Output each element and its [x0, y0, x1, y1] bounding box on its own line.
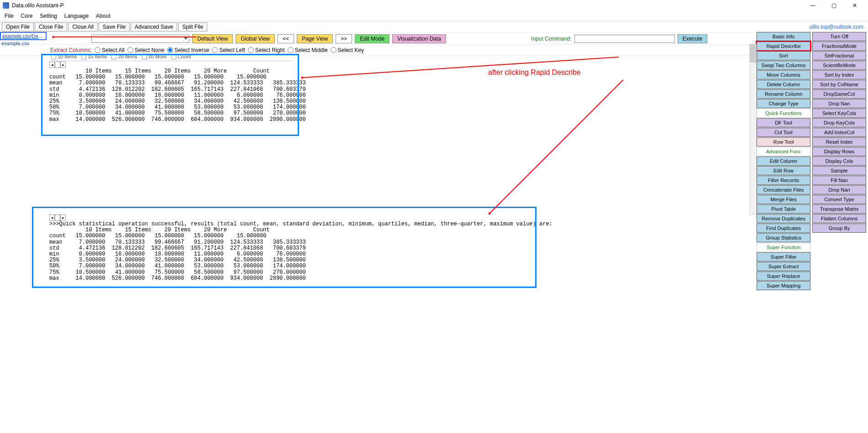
panel-flatten-columns-button[interactable]: Flatten Columns [812, 214, 866, 223]
menu-setting[interactable]: Setting [40, 13, 57, 19]
panel-sort-by-colname-button[interactable]: Sort by ColName [812, 80, 866, 89]
panel-display-rows-button[interactable]: Display Rows [812, 147, 866, 156]
radio-select-left[interactable]: Select Left [212, 47, 245, 53]
radio-select-none[interactable]: Select None [127, 47, 164, 53]
panel-add-indexcol-button[interactable]: Add IndexCol [812, 128, 866, 137]
minimize-button[interactable]: — [802, 0, 823, 11]
check-10-items[interactable]: 10 Items [51, 54, 77, 59]
panel-edit-row-button[interactable]: Edit Row [757, 166, 810, 175]
panel-group-statistics-button[interactable]: Group Statistics [757, 233, 810, 242]
panel-pivot-table-button[interactable]: Pivot Table [757, 204, 810, 214]
panel-setfractional-button[interactable]: SetFractional [812, 51, 866, 60]
panel-super-mapping-button[interactable]: Super Mapping [757, 281, 810, 290]
input-command-field[interactable] [574, 35, 675, 43]
panel-group-by-button[interactable]: Group By [812, 224, 866, 233]
page-next-button[interactable]: >> [336, 34, 352, 43]
panel-advanced-func-button: Advanced Func [757, 147, 810, 156]
menu-language[interactable]: Language [64, 13, 89, 19]
panel-display-cols-button[interactable]: Display Cols [812, 157, 866, 166]
menu-file[interactable]: File [5, 13, 13, 19]
menu-about[interactable]: About [96, 13, 110, 19]
input-command-label: Input Command: [531, 36, 572, 42]
panel-move-columns-button[interactable]: Move Columns [757, 70, 810, 79]
describe-output-bottom: >>>Quick statistical operation successfu… [49, 221, 552, 282]
panel-col-tool-button[interactable]: Col Tool [757, 128, 810, 137]
save-file-button[interactable]: Save File [99, 22, 130, 31]
open-file-button[interactable]: Open File [2, 22, 34, 31]
radio-select-middle[interactable]: Select Middle [288, 47, 328, 53]
check-count[interactable]: Count [171, 54, 191, 59]
panel-merge-files-button[interactable]: Merge Files [757, 195, 810, 204]
file-tab[interactable]: example.csv [0, 40, 47, 47]
panel-drop-keycols-button[interactable]: Drop KeyCols [812, 118, 866, 127]
toolbar-file: Open File Close File Close All Save File… [0, 21, 868, 33]
vertical-scrollbar[interactable] [749, 44, 757, 215]
panel-delete-column-button[interactable]: Delete Column [757, 80, 810, 89]
panel-swap-two-columns-button[interactable]: Swap Two Columns [757, 61, 810, 70]
radio-select-inverse[interactable]: Select Inverse [167, 47, 209, 53]
annotation-arrow-3 [489, 78, 626, 214]
radio-select-key-label: Select Key [338, 47, 364, 53]
panel-find-duplicates-button[interactable]: Find Duplicates [757, 224, 810, 233]
check-20-items[interactable]: 20 Items [111, 54, 137, 59]
sheet-tab-scroller-top[interactable]: ◂ ▸ [49, 62, 66, 68]
panel-concatenate-files-button[interactable]: Concatenate Files [757, 185, 810, 194]
panel-basic-info-button[interactable]: Basic Info [757, 32, 810, 41]
menu-core[interactable]: Core [21, 13, 32, 19]
execute-button[interactable]: Execute [678, 34, 707, 43]
global-view-button[interactable]: Global View [236, 34, 275, 43]
panel-change-type-button[interactable]: Change Type [757, 99, 810, 108]
radio-select-all[interactable]: Select All [95, 47, 124, 53]
panel-rapid-describe-button[interactable]: Rapid Describe [757, 42, 810, 51]
panel-super-replace-button[interactable]: Super Replace [757, 271, 810, 281]
panel-super-function-button: Super Function [757, 243, 810, 252]
visualization-button[interactable]: Visualization Data [392, 34, 446, 43]
panel-rename-column-button[interactable]: Rename Column [757, 89, 810, 99]
check-20-more[interactable]: 20 More [142, 54, 167, 59]
panel-drop-nan-button[interactable]: Drop Nan [812, 99, 866, 108]
split-file-button[interactable]: Split File [178, 22, 207, 31]
close-button[interactable]: ✕ [844, 0, 865, 11]
panel-scientificmode-button[interactable]: ScientificMode [812, 61, 866, 70]
panel-convert-type-button[interactable]: Convert Type [812, 195, 866, 204]
panel-quick-functions-button: Quick Functions [757, 109, 810, 118]
svg-line-5 [491, 80, 623, 212]
panel-dropsamecol-button[interactable]: DropSameCol [812, 89, 866, 99]
panel-super-extract-button[interactable]: Super Extract [757, 262, 810, 271]
close-file-button[interactable]: Close File [35, 22, 67, 31]
vendor-email[interactable]: olllo.top@outlook.com [810, 24, 866, 30]
sheet-tab-scroller-bottom[interactable]: ◂ ▸ [49, 214, 66, 221]
advanced-save-button[interactable]: Advanced Save [131, 22, 177, 31]
edit-mode-button[interactable]: Edit Mode [355, 34, 389, 43]
svg-line-3 [304, 57, 619, 78]
panel-df-tool-button[interactable]: DF Tool [757, 118, 810, 127]
panel-fill-nan-button[interactable]: Fill Nan [812, 176, 866, 185]
maximize-button[interactable]: ▢ [823, 0, 844, 11]
panel-reset-index-button[interactable]: Reset Index [812, 137, 866, 146]
panel-sort-by-index-button[interactable]: Sort by Index [812, 70, 866, 79]
page-view-button[interactable]: Page View [297, 34, 333, 43]
window-title: Data.olllo Assistant-P [12, 2, 802, 9]
panel-edit-column-button[interactable]: Edit Column [757, 157, 810, 166]
radio-select-all-label: Select All [102, 47, 124, 53]
check-15-items[interactable]: 15 Items [81, 54, 107, 59]
radio-select-right[interactable]: Select Right [248, 47, 285, 53]
panel-remove-duplicates-button[interactable]: Remove Duplicates [757, 214, 810, 223]
panel-sample-button[interactable]: Sample [812, 166, 866, 175]
panel-filter-records-button[interactable]: Filter Records [757, 176, 810, 185]
panel-fractionalmode-button[interactable]: FractionalMode [812, 42, 866, 51]
radio-select-right-label: Select Right [255, 47, 285, 53]
panel-turn-off-button[interactable]: Turn Off [812, 32, 866, 41]
panel-sort-button[interactable]: Sort [757, 51, 810, 60]
file-tab-active[interactable]: example.csv(Describe) [0, 32, 47, 40]
panel-super-filter-button[interactable]: Super Filter [757, 252, 810, 261]
panel-transpose-matrix-button[interactable]: Transpose Matrix [812, 204, 866, 214]
panel-row-tool-button[interactable]: Row Tool [757, 137, 810, 146]
panel-drop-nan-button[interactable]: Drop Nan [812, 185, 866, 194]
right-button-panels: Basic InfoRapid DescribeSortSwap Two Col… [757, 32, 868, 290]
check-count-label: Count [178, 54, 191, 59]
close-all-button[interactable]: Close All [68, 22, 98, 31]
page-prev-button[interactable]: << [278, 34, 294, 43]
radio-select-key[interactable]: Select Key [331, 47, 364, 53]
panel-select-keycols-button[interactable]: Select KeyCols [812, 109, 866, 118]
